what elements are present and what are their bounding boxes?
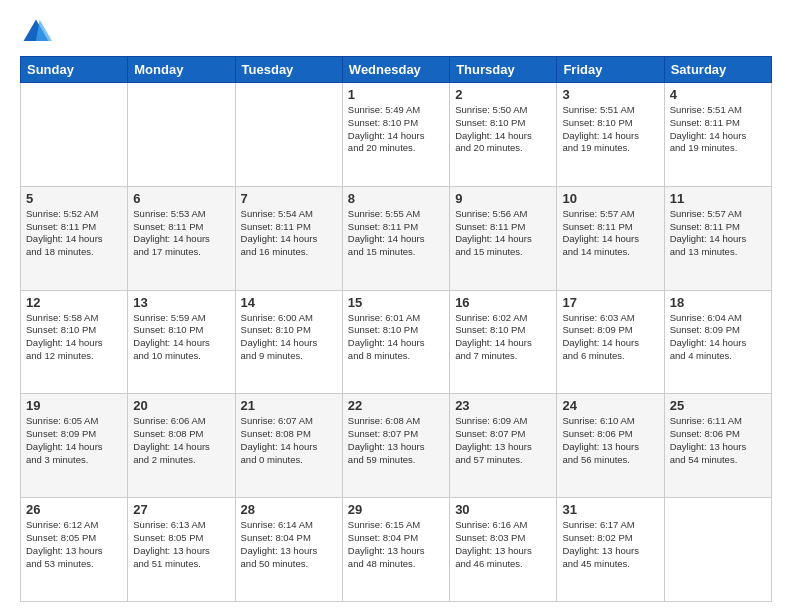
- day-cell: 20Sunrise: 6:06 AM Sunset: 8:08 PM Dayli…: [128, 394, 235, 498]
- week-row-3: 12Sunrise: 5:58 AM Sunset: 8:10 PM Dayli…: [21, 290, 772, 394]
- day-cell: 23Sunrise: 6:09 AM Sunset: 8:07 PM Dayli…: [450, 394, 557, 498]
- day-info: Sunrise: 6:13 AM Sunset: 8:05 PM Dayligh…: [133, 519, 229, 570]
- day-info: Sunrise: 5:56 AM Sunset: 8:11 PM Dayligh…: [455, 208, 551, 259]
- day-info: Sunrise: 6:07 AM Sunset: 8:08 PM Dayligh…: [241, 415, 337, 466]
- day-info: Sunrise: 6:06 AM Sunset: 8:08 PM Dayligh…: [133, 415, 229, 466]
- day-number: 12: [26, 295, 122, 310]
- col-header-thursday: Thursday: [450, 57, 557, 83]
- day-cell: 6Sunrise: 5:53 AM Sunset: 8:11 PM Daylig…: [128, 186, 235, 290]
- day-cell: 22Sunrise: 6:08 AM Sunset: 8:07 PM Dayli…: [342, 394, 449, 498]
- day-number: 8: [348, 191, 444, 206]
- calendar-body: 1Sunrise: 5:49 AM Sunset: 8:10 PM Daylig…: [21, 83, 772, 602]
- day-info: Sunrise: 6:03 AM Sunset: 8:09 PM Dayligh…: [562, 312, 658, 363]
- day-cell: 18Sunrise: 6:04 AM Sunset: 8:09 PM Dayli…: [664, 290, 771, 394]
- day-number: 31: [562, 502, 658, 517]
- day-number: 20: [133, 398, 229, 413]
- day-cell: 19Sunrise: 6:05 AM Sunset: 8:09 PM Dayli…: [21, 394, 128, 498]
- week-row-5: 26Sunrise: 6:12 AM Sunset: 8:05 PM Dayli…: [21, 498, 772, 602]
- day-cell: 25Sunrise: 6:11 AM Sunset: 8:06 PM Dayli…: [664, 394, 771, 498]
- day-number: 24: [562, 398, 658, 413]
- day-cell: 12Sunrise: 5:58 AM Sunset: 8:10 PM Dayli…: [21, 290, 128, 394]
- day-info: Sunrise: 6:05 AM Sunset: 8:09 PM Dayligh…: [26, 415, 122, 466]
- col-header-tuesday: Tuesday: [235, 57, 342, 83]
- day-info: Sunrise: 6:08 AM Sunset: 8:07 PM Dayligh…: [348, 415, 444, 466]
- day-info: Sunrise: 5:57 AM Sunset: 8:11 PM Dayligh…: [562, 208, 658, 259]
- day-cell: 7Sunrise: 5:54 AM Sunset: 8:11 PM Daylig…: [235, 186, 342, 290]
- day-cell: 8Sunrise: 5:55 AM Sunset: 8:11 PM Daylig…: [342, 186, 449, 290]
- page: SundayMondayTuesdayWednesdayThursdayFrid…: [0, 0, 792, 612]
- day-cell: 29Sunrise: 6:15 AM Sunset: 8:04 PM Dayli…: [342, 498, 449, 602]
- day-number: 16: [455, 295, 551, 310]
- day-number: 7: [241, 191, 337, 206]
- col-header-friday: Friday: [557, 57, 664, 83]
- day-info: Sunrise: 6:16 AM Sunset: 8:03 PM Dayligh…: [455, 519, 551, 570]
- svg-marker-1: [36, 20, 52, 41]
- day-cell: 30Sunrise: 6:16 AM Sunset: 8:03 PM Dayli…: [450, 498, 557, 602]
- day-number: 21: [241, 398, 337, 413]
- day-number: 14: [241, 295, 337, 310]
- logo-icon: [20, 16, 52, 48]
- day-cell: [128, 83, 235, 187]
- week-row-4: 19Sunrise: 6:05 AM Sunset: 8:09 PM Dayli…: [21, 394, 772, 498]
- day-info: Sunrise: 6:04 AM Sunset: 8:09 PM Dayligh…: [670, 312, 766, 363]
- day-info: Sunrise: 5:51 AM Sunset: 8:10 PM Dayligh…: [562, 104, 658, 155]
- col-header-sunday: Sunday: [21, 57, 128, 83]
- day-number: 17: [562, 295, 658, 310]
- day-cell: 1Sunrise: 5:49 AM Sunset: 8:10 PM Daylig…: [342, 83, 449, 187]
- day-number: 13: [133, 295, 229, 310]
- day-cell: [235, 83, 342, 187]
- day-info: Sunrise: 5:55 AM Sunset: 8:11 PM Dayligh…: [348, 208, 444, 259]
- day-info: Sunrise: 6:11 AM Sunset: 8:06 PM Dayligh…: [670, 415, 766, 466]
- day-number: 4: [670, 87, 766, 102]
- day-number: 9: [455, 191, 551, 206]
- day-info: Sunrise: 5:59 AM Sunset: 8:10 PM Dayligh…: [133, 312, 229, 363]
- day-info: Sunrise: 5:57 AM Sunset: 8:11 PM Dayligh…: [670, 208, 766, 259]
- day-number: 2: [455, 87, 551, 102]
- day-info: Sunrise: 6:14 AM Sunset: 8:04 PM Dayligh…: [241, 519, 337, 570]
- day-number: 11: [670, 191, 766, 206]
- day-cell: [664, 498, 771, 602]
- day-cell: [21, 83, 128, 187]
- day-number: 26: [26, 502, 122, 517]
- col-header-monday: Monday: [128, 57, 235, 83]
- week-row-1: 1Sunrise: 5:49 AM Sunset: 8:10 PM Daylig…: [21, 83, 772, 187]
- day-cell: 11Sunrise: 5:57 AM Sunset: 8:11 PM Dayli…: [664, 186, 771, 290]
- col-header-saturday: Saturday: [664, 57, 771, 83]
- logo: [20, 16, 56, 48]
- day-cell: 13Sunrise: 5:59 AM Sunset: 8:10 PM Dayli…: [128, 290, 235, 394]
- day-cell: 21Sunrise: 6:07 AM Sunset: 8:08 PM Dayli…: [235, 394, 342, 498]
- day-info: Sunrise: 6:09 AM Sunset: 8:07 PM Dayligh…: [455, 415, 551, 466]
- day-cell: 15Sunrise: 6:01 AM Sunset: 8:10 PM Dayli…: [342, 290, 449, 394]
- day-info: Sunrise: 5:49 AM Sunset: 8:10 PM Dayligh…: [348, 104, 444, 155]
- day-number: 28: [241, 502, 337, 517]
- day-info: Sunrise: 5:58 AM Sunset: 8:10 PM Dayligh…: [26, 312, 122, 363]
- day-number: 23: [455, 398, 551, 413]
- calendar: SundayMondayTuesdayWednesdayThursdayFrid…: [20, 56, 772, 602]
- day-info: Sunrise: 5:51 AM Sunset: 8:11 PM Dayligh…: [670, 104, 766, 155]
- day-cell: 17Sunrise: 6:03 AM Sunset: 8:09 PM Dayli…: [557, 290, 664, 394]
- day-cell: 14Sunrise: 6:00 AM Sunset: 8:10 PM Dayli…: [235, 290, 342, 394]
- day-info: Sunrise: 5:52 AM Sunset: 8:11 PM Dayligh…: [26, 208, 122, 259]
- day-cell: 3Sunrise: 5:51 AM Sunset: 8:10 PM Daylig…: [557, 83, 664, 187]
- day-cell: 24Sunrise: 6:10 AM Sunset: 8:06 PM Dayli…: [557, 394, 664, 498]
- day-info: Sunrise: 6:01 AM Sunset: 8:10 PM Dayligh…: [348, 312, 444, 363]
- day-info: Sunrise: 5:54 AM Sunset: 8:11 PM Dayligh…: [241, 208, 337, 259]
- day-number: 19: [26, 398, 122, 413]
- day-info: Sunrise: 6:12 AM Sunset: 8:05 PM Dayligh…: [26, 519, 122, 570]
- day-cell: 4Sunrise: 5:51 AM Sunset: 8:11 PM Daylig…: [664, 83, 771, 187]
- day-cell: 27Sunrise: 6:13 AM Sunset: 8:05 PM Dayli…: [128, 498, 235, 602]
- day-number: 22: [348, 398, 444, 413]
- calendar-header: SundayMondayTuesdayWednesdayThursdayFrid…: [21, 57, 772, 83]
- day-info: Sunrise: 6:10 AM Sunset: 8:06 PM Dayligh…: [562, 415, 658, 466]
- day-number: 18: [670, 295, 766, 310]
- day-number: 1: [348, 87, 444, 102]
- day-number: 3: [562, 87, 658, 102]
- week-row-2: 5Sunrise: 5:52 AM Sunset: 8:11 PM Daylig…: [21, 186, 772, 290]
- day-cell: 5Sunrise: 5:52 AM Sunset: 8:11 PM Daylig…: [21, 186, 128, 290]
- col-header-wednesday: Wednesday: [342, 57, 449, 83]
- day-info: Sunrise: 5:53 AM Sunset: 8:11 PM Dayligh…: [133, 208, 229, 259]
- day-number: 27: [133, 502, 229, 517]
- day-info: Sunrise: 5:50 AM Sunset: 8:10 PM Dayligh…: [455, 104, 551, 155]
- header-row: SundayMondayTuesdayWednesdayThursdayFrid…: [21, 57, 772, 83]
- day-number: 30: [455, 502, 551, 517]
